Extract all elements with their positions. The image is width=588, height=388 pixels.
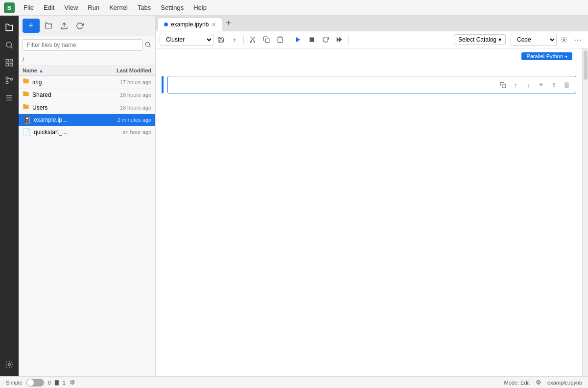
cut-button[interactable]: [246, 33, 259, 46]
file-name: Shared: [32, 91, 93, 98]
menu-view[interactable]: View: [60, 3, 82, 12]
select-catalog-button[interactable]: Select Catalog ▾: [454, 34, 506, 45]
upload-button[interactable]: [57, 19, 71, 33]
file-path: /: [19, 54, 155, 66]
sidebar-search-icon[interactable]: [1, 37, 17, 53]
cell-type-select[interactable]: Code Markdown Raw: [511, 34, 557, 46]
notebook-content-area: Parallel-Python ▾: [156, 48, 588, 376]
move-down-button[interactable]: ↓: [523, 79, 534, 90]
menu-file[interactable]: File: [20, 3, 38, 12]
paste-button[interactable]: [274, 33, 286, 46]
notebook-icon: 📓: [23, 116, 31, 124]
search-icon[interactable]: [144, 41, 151, 49]
edit-mode-label: Mode: Edit: [504, 380, 530, 386]
folder-icon: [23, 78, 29, 86]
status-filename: example.ipynb: [547, 380, 582, 386]
open-folder-button[interactable]: [42, 19, 55, 33]
mode-label: Simple: [6, 380, 23, 386]
file-icon: 📄: [23, 128, 31, 136]
notebook-tab[interactable]: example.ipynb ×: [158, 18, 222, 31]
gear-button[interactable]: [558, 33, 570, 46]
svg-line-17: [149, 46, 151, 47]
menu-bar: B File Edit View Run Kernel Tabs Setting…: [0, 0, 588, 16]
toolbar-separator: [243, 35, 244, 45]
svg-line-21: [253, 40, 255, 42]
file-modified: 17 hours ago: [93, 79, 151, 85]
kernel-badge[interactable]: Parallel-Python ▾: [521, 52, 572, 60]
line-number: 0: [48, 380, 51, 386]
file-name: example.ip...: [34, 116, 93, 123]
tab-close-button[interactable]: ×: [212, 21, 215, 28]
notebook-area: example.ipynb × + Cluster +: [156, 16, 588, 376]
copy-cell-button[interactable]: [497, 79, 508, 90]
tab-bar: example.ipynb × +: [156, 16, 588, 31]
code-cell[interactable]: ↑ ↓ 🗑: [167, 76, 576, 93]
file-modified: 18 hours ago: [93, 92, 151, 98]
add-above-button[interactable]: [536, 79, 546, 90]
scrollbar-track[interactable]: [583, 48, 588, 376]
menu-tabs[interactable]: Tabs: [134, 3, 155, 12]
menu-settings[interactable]: Settings: [157, 3, 188, 12]
toggle-thumb: [27, 379, 34, 386]
run-button[interactable]: [292, 33, 305, 46]
svg-marker-24: [296, 37, 300, 43]
status-bar: Simple 0 ▇ 1 ⚙ Mode: Edit ⚙ example.ipyn…: [0, 376, 588, 388]
status-settings-icon[interactable]: ⚙: [536, 379, 541, 386]
main-layout: +: [0, 16, 588, 376]
list-item[interactable]: img 17 hours ago: [19, 76, 155, 89]
toolbar-separator: [289, 35, 289, 45]
new-button[interactable]: +: [23, 19, 40, 33]
menu-run[interactable]: Run: [84, 3, 103, 12]
icon-sidebar: [0, 16, 19, 376]
select-catalog-label: Select Catalog: [458, 36, 496, 43]
stop-button[interactable]: [306, 33, 318, 46]
refresh-button[interactable]: [73, 19, 87, 33]
list-item[interactable]: 📓 example.ip... 2 minutes ago: [19, 114, 155, 126]
notebook-scrollbar: [582, 48, 588, 376]
sidebar-list-icon[interactable]: [1, 90, 17, 106]
file-panel-toolbar: +: [19, 16, 155, 36]
file-name: img: [32, 79, 93, 86]
more-button[interactable]: ⋯: [571, 33, 584, 46]
menu-help[interactable]: Help: [189, 3, 211, 12]
add-cell-button[interactable]: +: [228, 33, 241, 46]
move-up-button[interactable]: ↑: [510, 79, 521, 90]
folder-icon: [23, 103, 29, 112]
column-name[interactable]: Name ▲: [23, 68, 93, 73]
list-item[interactable]: 📄 quickstart_... an hour ago: [19, 126, 155, 138]
svg-point-0: [6, 42, 12, 47]
notebook-content: Parallel-Python ▾: [156, 48, 582, 376]
file-search-bar: [19, 36, 155, 54]
restart-button[interactable]: [319, 33, 332, 46]
tab-label: example.ipynb: [171, 21, 209, 28]
add-tab-button[interactable]: +: [222, 16, 235, 30]
sidebar-extensions-icon[interactable]: [1, 55, 17, 70]
svg-rect-2: [6, 59, 8, 62]
cluster-select[interactable]: Cluster: [160, 34, 213, 46]
file-name: quickstart_...: [34, 129, 93, 136]
simple-toggle[interactable]: [26, 379, 44, 387]
folder-icon: [23, 91, 29, 99]
menu-edit[interactable]: Edit: [40, 3, 58, 12]
search-input[interactable]: [23, 39, 142, 51]
list-item[interactable]: Users 18 hours ago: [19, 101, 155, 114]
save-button[interactable]: [214, 33, 227, 46]
sidebar-git-icon[interactable]: [1, 72, 17, 88]
merge-button[interactable]: [548, 79, 559, 90]
copy-button[interactable]: [260, 33, 273, 46]
menu-kernel[interactable]: Kernel: [105, 3, 132, 12]
file-modified: 2 minutes ago: [93, 117, 151, 123]
sidebar-files-icon[interactable]: [1, 20, 17, 35]
svg-point-28: [563, 39, 565, 41]
svg-rect-25: [310, 38, 314, 42]
delete-cell-button[interactable]: 🗑: [561, 79, 572, 90]
list-item[interactable]: Shared 18 hours ago: [19, 89, 155, 101]
file-list: img 17 hours ago Shared 18 hours ago: [19, 76, 155, 376]
settings-icon[interactable]: ⚙: [70, 379, 75, 386]
kernel-label: Parallel-Python: [526, 53, 563, 59]
fast-forward-button[interactable]: [333, 33, 346, 46]
svg-rect-3: [10, 59, 13, 62]
cell-actions: ↑ ↓ 🗑: [495, 77, 574, 92]
sidebar-settings-icon[interactable]: [1, 357, 17, 372]
scrollbar-thumb[interactable]: [584, 50, 588, 80]
